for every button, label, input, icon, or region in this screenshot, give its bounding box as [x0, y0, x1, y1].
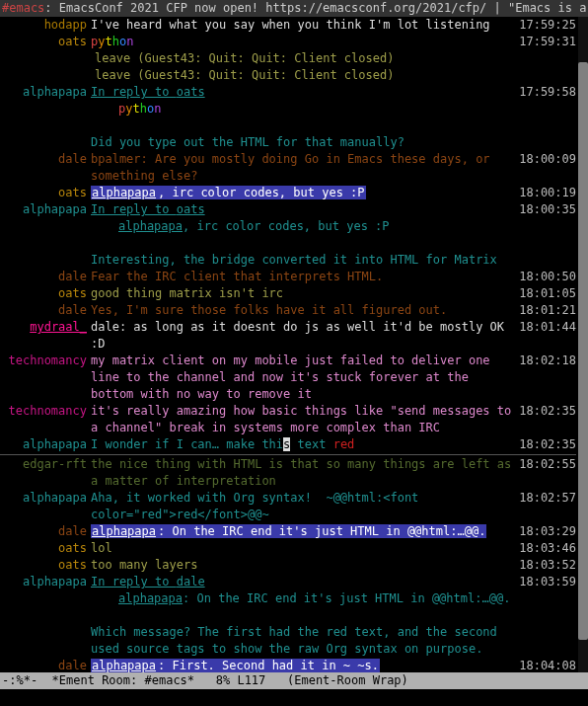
chat-row: alphapapaIn reply to oats17:59:58: [0, 84, 576, 101]
chat-row: alphapapaIn reply to oats18:00:35: [0, 201, 576, 218]
chat-row: dalebpalmer: Are you mostly doing Go in …: [0, 151, 576, 185]
timestamp: 18:03:29: [515, 523, 576, 540]
reply-link[interactable]: oats: [177, 85, 205, 99]
reply-link[interactable]: oats: [177, 202, 205, 216]
nick: oats: [0, 34, 91, 50]
chat-row: alphapapaIn reply to dale18:03:59: [0, 574, 576, 590]
timestamp: 18:01:05: [515, 285, 576, 302]
timestamp: 18:02:57: [515, 490, 576, 507]
chat-row: [0, 607, 576, 624]
timestamp: 18:03:46: [515, 540, 576, 557]
message-body: lol: [91, 540, 515, 557]
chat-row: technomancymy matrix client on my mobile…: [0, 353, 576, 403]
message-body: [91, 607, 515, 624]
chat-row: Which message? The first had the red tex…: [0, 624, 576, 658]
topic-channel: #emacs: [2, 1, 44, 15]
scrollbar-thumb[interactable]: [578, 62, 588, 639]
message-body: my matrix client on my mobile just faile…: [91, 353, 515, 403]
nick: dale: [0, 523, 91, 540]
nick: oats: [0, 285, 91, 302]
chat-row: mydraal_dale: as long as it doesnt do js…: [0, 319, 576, 353]
message-body: too many layers: [91, 557, 515, 574]
topic-text: : EmacsConf 2021 CFP now open! https://e…: [44, 1, 588, 15]
in-reply-to[interactable]: In reply to: [91, 202, 177, 216]
mode-line: -:%*- *Ement Room: #emacs* 8% L117 (Emen…: [0, 672, 588, 689]
separator: [0, 454, 576, 455]
message-body: alphapapa: On the IRC end it's just HTML…: [91, 523, 515, 540]
reply-link[interactable]: alphapapa: [118, 591, 183, 605]
chat-row: leave (Guest43: Quit: Quit: Client close…: [0, 50, 576, 67]
chat-row: Did you type out the HTML for that manua…: [0, 134, 576, 151]
chat-row: leave (Guest43: Quit: Quit: Client close…: [0, 67, 576, 84]
reply-link[interactable]: alphapapa: [118, 219, 183, 233]
chat-row: oatsgood thing matrix isn't irc18:01:05: [0, 285, 576, 302]
minibuffer[interactable]: [0, 689, 588, 706]
message-body: alphapapa: First. Second had it in ~ ~s.: [91, 658, 515, 672]
message-body: it's really amazing how basic things lik…: [91, 403, 515, 436]
chat-row: alphapapaI wonder if I can… make this te…: [0, 436, 576, 453]
message-body: Which message? The first had the red tex…: [91, 624, 515, 658]
chat-row: oatsalphapapa, irc color codes, but yes …: [0, 185, 576, 201]
nick: edgar-rft: [0, 456, 91, 473]
timestamp: 18:02:35: [515, 436, 576, 453]
scrollbar-track[interactable]: [578, 17, 588, 672]
timestamp: 18:02:55: [515, 456, 576, 473]
nick: hodapp: [0, 17, 91, 34]
chat-row: oatspython17:59:31: [0, 34, 576, 50]
timestamp: 18:02:18: [515, 353, 576, 369]
message-body: Interesting, the bridge converted it int…: [91, 252, 515, 269]
nick: dale: [0, 302, 91, 319]
timestamp: 18:02:35: [515, 403, 576, 420]
timestamp: 17:59:58: [515, 84, 576, 101]
chat-row: alphapapa: On the IRC end it's just HTML…: [0, 590, 576, 607]
chat-row: oatslol18:03:46: [0, 540, 576, 557]
in-reply-to[interactable]: In reply to: [91, 575, 177, 588]
message-body: bpalmer: Are you mostly doing Go in Emac…: [91, 151, 515, 185]
message-body: [91, 235, 515, 252]
reply-link[interactable]: dale: [177, 575, 205, 588]
timestamp: 18:00:35: [515, 201, 576, 218]
nick: dale: [0, 658, 91, 672]
chat-row: alphapapa, irc color codes, but yes :P: [0, 218, 576, 235]
in-reply-to[interactable]: In reply to: [91, 85, 177, 99]
nick: dale: [0, 269, 91, 285]
nick: alphapapa: [0, 574, 91, 590]
message-body: alphapapa, irc color codes, but yes :P: [91, 218, 515, 235]
timestamp: 18:01:44: [515, 319, 576, 336]
chat-row: alphapapaAha, it worked with Org syntax!…: [0, 490, 576, 523]
message-body: alphapapa, irc color codes, but yes :P: [91, 185, 515, 201]
nick: oats: [0, 540, 91, 557]
message-body: python: [91, 34, 515, 50]
chat-row: Interesting, the bridge converted it int…: [0, 252, 576, 269]
message-body: I've heard what you say when you think I…: [91, 17, 515, 34]
message-body: Yes, I'm sure those folks have it all fi…: [91, 302, 515, 319]
emacs-window: #emacs: EmacsConf 2021 CFP now open! htt…: [0, 0, 588, 706]
chat-row: oatstoo many layers18:03:52: [0, 557, 576, 574]
message-body: python: [91, 101, 515, 118]
timestamp: 18:03:52: [515, 557, 576, 574]
chat-row: dalealphapapa: On the IRC end it's just …: [0, 523, 576, 540]
chat-row: [0, 118, 576, 134]
chat-row: technomancyit's really amazing how basic…: [0, 403, 576, 436]
chat-row: dalealphapapa: First. Second had it in ~…: [0, 658, 576, 672]
chat-row: daleFear the IRC client that interprets …: [0, 269, 576, 285]
timestamp: 18:00:19: [515, 185, 576, 201]
message-body: alphapapa: On the IRC end it's just HTML…: [91, 590, 515, 607]
timestamp: 18:04:08: [515, 658, 576, 672]
nick: alphapapa: [0, 436, 91, 453]
message-body: the nice thing with HTML is that so many…: [91, 456, 515, 490]
chat-area[interactable]: hodappI've heard what you say when you t…: [0, 17, 588, 672]
message-body: In reply to oats: [91, 201, 515, 218]
nick: mydraal_: [0, 319, 91, 336]
message-body: In reply to dale: [91, 574, 515, 590]
message-body: [91, 118, 515, 134]
nick: technomancy: [0, 403, 91, 420]
nick: oats: [0, 557, 91, 574]
message-body: Did you type out the HTML for that manua…: [91, 134, 515, 151]
nick: oats: [0, 185, 91, 201]
message-body: leave (Guest43: Quit: Quit: Client close…: [91, 50, 515, 67]
timestamp: 17:59:31: [515, 34, 576, 50]
timestamp: 18:00:50: [515, 269, 576, 285]
chat-row: edgar-rftthe nice thing with HTML is tha…: [0, 456, 576, 490]
nick: alphapapa: [0, 201, 91, 218]
